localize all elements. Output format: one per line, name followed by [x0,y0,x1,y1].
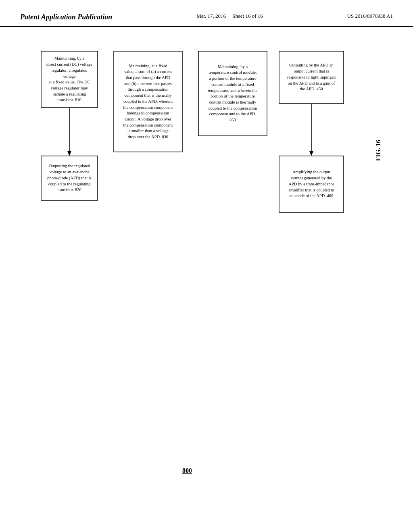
svg-marker-3 [67,151,71,156]
figure-label: FIG. 16 [375,140,382,161]
header-date-sheet: Mar. 17, 2016 Sheet 16 of 16 [196,12,263,21]
box-850: Maintaining, by a temperature control mo… [198,51,267,136]
page-header: Patent Application Publication Mar. 17, … [0,0,413,27]
box-450: Outputting by the APD an output current … [279,51,344,104]
diagram-number: 800 [182,467,192,474]
diagram-area: Maintaining, by a direct current (DC) vo… [29,39,384,482]
page-content: Maintaining, by a direct current (DC) vo… [0,27,413,495]
publication-title: Patent Application Publication [20,12,112,22]
sheet-info: Sheet 16 of 16 [232,13,263,19]
svg-marker-9 [309,151,313,156]
box-820: Outputting the regulated voltage to an a… [41,156,98,200]
pub-date: Mar. 17, 2016 [196,13,226,19]
pub-number: US 2016/0076938 A1 [347,12,393,21]
box-810: Maintaining, by a direct current (DC) vo… [41,51,98,108]
box-460: Amplifying the output current generated … [279,156,344,212]
box-830: Maintaining, at a fixed value, a sum of … [114,51,182,152]
